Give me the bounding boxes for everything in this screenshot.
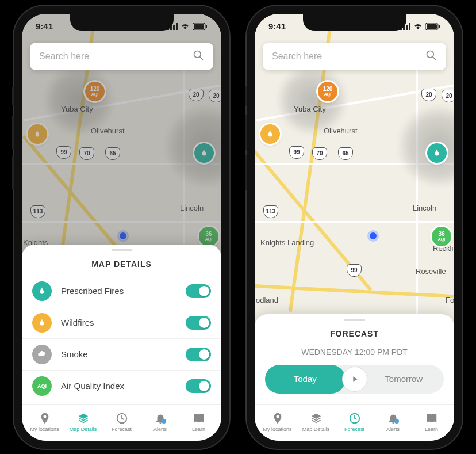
city-label: Fo [446,296,454,304]
sheet-title: FORECAST [255,326,454,345]
highway-shield: 20 [421,89,436,101]
clock-icon [348,412,361,425]
map-details-sheet[interactable]: MAP DETAILS Prescribed Fires Wildfires [22,245,221,404]
city-label: Olivehurst [91,127,125,135]
search-box[interactable] [263,43,446,70]
aqi-marker[interactable]: 36 AQI [199,227,218,246]
tab-label: Learn [192,426,205,432]
highway-shield: 70 [79,147,94,160]
aqi-marker[interactable]: 120 AQI [318,82,337,101]
search-icon[interactable] [425,49,437,63]
aqi-value: 120 [90,86,100,92]
detail-row-label: Wildfires [61,318,186,327]
smoke-cloud [278,66,347,135]
city-label: Yuba City [294,105,326,113]
toggle-smoke[interactable] [186,348,211,361]
road [255,221,454,223]
search-box[interactable] [30,43,213,70]
city-label: Lincoln [413,204,436,212]
svg-line-18 [433,56,436,59]
road [24,81,221,121]
tab-map-details[interactable]: Map Details [297,408,335,436]
phone-left: 9:41 [14,6,229,449]
tab-learn[interactable]: Learn [412,408,451,436]
aqi-value: 36 [438,231,444,237]
status-icons [167,23,208,30]
tab-alerts[interactable]: Alerts [141,408,179,436]
road-hwy [255,284,454,299]
detail-row-prescribed: Prescribed Fires [22,276,221,307]
search-icon[interactable] [193,49,204,63]
forecast-play-button[interactable] [342,367,367,392]
sheet-handle[interactable] [112,249,132,251]
tab-map-details[interactable]: Map Details [64,408,102,436]
road [22,221,221,223]
tab-my-locations[interactable]: My locations [258,408,297,436]
detail-row-aqi: AQI Air Quality Index [22,371,221,402]
svg-rect-6 [206,25,207,28]
aqi-marker[interactable]: 120 AQI [85,82,105,101]
svg-rect-16 [439,25,440,28]
detail-row-label: Prescribed Fires [61,286,186,296]
tab-label: Map Details [70,426,97,432]
pin-icon [39,412,51,425]
status-time: 9:41 [36,21,53,31]
tab-label: My locations [30,426,59,432]
svg-rect-12 [406,25,408,30]
battery-icon [425,23,440,30]
detail-row-label: Smoke [61,349,186,359]
toggle-prescribed[interactable] [186,284,211,298]
svg-rect-2 [173,25,175,30]
city-label: Roseville [416,267,446,276]
user-location-dot [120,232,126,239]
wildfire-marker[interactable] [260,124,280,144]
smoke-cloud [166,106,221,186]
screen-right: 9:41 99 70 [255,14,454,441]
smoke-icon [32,345,52,364]
svg-rect-3 [176,23,178,30]
tab-my-locations[interactable]: My locations [25,408,64,436]
highway-shield: 113 [263,205,278,218]
city-label: Knights Landing [260,238,314,247]
tab-forecast[interactable]: Forecast [102,408,141,436]
highway-shield: 113 [30,205,45,218]
prescribed-fire-marker[interactable] [194,143,214,163]
smoke-cloud [398,106,454,186]
aqi-value: 120 [323,86,333,92]
wildfire-marker[interactable] [28,124,47,144]
toggle-wildfires[interactable] [186,316,211,330]
forecast-time: WEDNESDAY 12:00 PM PDT [255,345,454,365]
detail-row-wildfires: Wildfires [22,307,221,339]
notch [303,14,406,31]
segment-today[interactable]: Today [265,365,346,394]
detail-row-label: Air Quality Index [61,381,186,391]
wifi-icon [181,23,190,30]
highway-shield: 20 [209,90,221,102]
aqi-icon: AQI [32,376,52,396]
user-location-dot [370,232,377,239]
toggle-aqi[interactable] [186,379,211,393]
prescribed-fire-icon [32,281,52,301]
search-input[interactable] [272,51,425,62]
tab-label: Alerts [153,426,167,432]
highway-shield: 99 [289,146,304,159]
highway-shield: 20 [189,89,204,101]
svg-rect-15 [427,24,437,29]
highway-shield: 70 [312,147,327,160]
tab-learn[interactable]: Learn [179,408,218,436]
aqi-sub: AQI [91,92,98,96]
alert-badge [394,419,399,424]
wifi-icon [413,23,423,30]
road [416,54,418,342]
prescribed-fire-marker[interactable] [427,143,447,163]
wildfire-icon [32,313,52,333]
detail-row-smoke: Smoke [22,339,221,371]
sheet-handle[interactable] [344,319,365,321]
segment-tomorrow[interactable]: Tomorrow [364,374,444,384]
aqi-marker[interactable]: 36 AQI [432,227,451,246]
tab-alerts[interactable]: Alerts [374,408,412,436]
tab-forecast[interactable]: Forecast [335,408,374,436]
search-input[interactable] [39,51,193,62]
forecast-sheet[interactable]: FORECAST WEDNESDAY 12:00 PM PDT Today To… [255,314,454,404]
city-label: Lincoln [180,204,204,212]
